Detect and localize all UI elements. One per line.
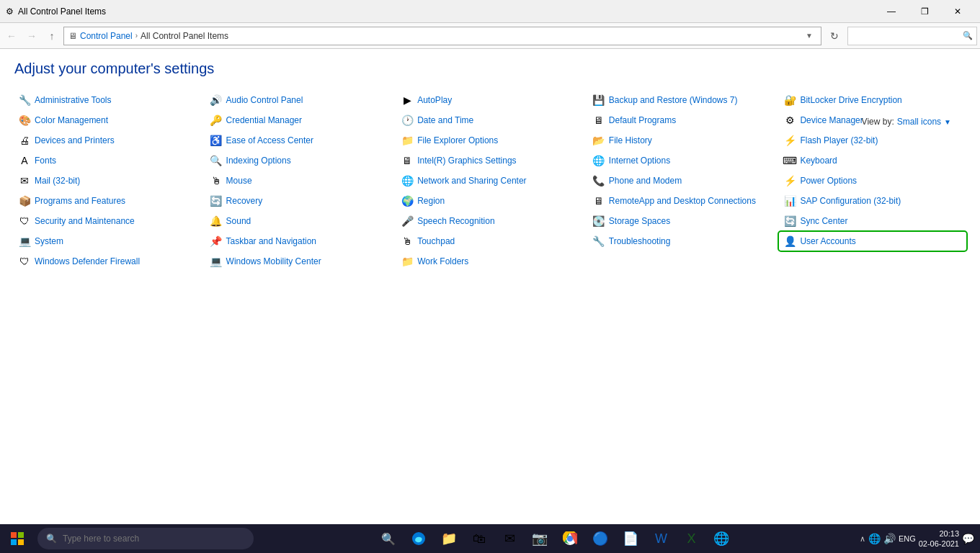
cp-item-date-and-time[interactable]: 🕐Date and Time xyxy=(397,112,583,129)
cp-item-label: Sound xyxy=(226,216,251,226)
cp-item-default-programs[interactable]: 🖥Default Programs xyxy=(589,112,775,129)
cp-item-troubleshooting[interactable]: 🔧Troubleshooting xyxy=(589,233,775,250)
cp-item-icon: 🛡 xyxy=(19,256,30,267)
address-dropdown-button[interactable]: ▼ xyxy=(802,27,816,45)
taskbar-search-box[interactable]: 🔍 xyxy=(37,528,254,549)
forward-button[interactable]: → xyxy=(23,27,40,45)
cp-item-speech-recognition[interactable]: 🎤Speech Recognition xyxy=(397,212,583,230)
cp-item-label: Internet Options xyxy=(609,156,670,166)
cp-item-storage-spaces[interactable]: 💽Storage Spaces xyxy=(589,212,775,230)
svg-rect-1 xyxy=(18,532,24,538)
cp-item-intelr-graphics-settings[interactable]: 🖥Intel(R) Graphics Settings xyxy=(397,152,583,169)
taskbar-app-explorer[interactable]: 📁 xyxy=(435,524,463,553)
maximize-button[interactable]: ❐ xyxy=(908,0,941,23)
cp-item-indexing-options[interactable]: 🔍Indexing Options xyxy=(206,152,392,169)
cp-item-power-options[interactable]: ⚡Power Options xyxy=(780,172,966,189)
taskbar-app-mail[interactable]: ✉ xyxy=(495,524,524,553)
up-button[interactable]: ↑ xyxy=(43,27,61,45)
cp-item-color-management[interactable]: 🎨Color Management xyxy=(14,112,200,129)
cp-item-file-history[interactable]: 📂File History xyxy=(589,132,775,149)
search-wrapper: 🔍 xyxy=(847,27,977,45)
search-input[interactable] xyxy=(847,27,977,45)
cp-item-sap-configuration-32-bit[interactable]: 📊SAP Configuration (32-bit) xyxy=(780,192,966,210)
cp-item-security-and-maintenance[interactable]: 🛡Security and Maintenance xyxy=(14,212,200,230)
cp-item-programs-and-features[interactable]: 📦Programs and Features xyxy=(14,192,200,210)
view-by: View by: Small icons ▼ xyxy=(862,117,951,127)
cp-item-audio-control-panel[interactable]: 🔊Audio Control Panel xyxy=(206,91,392,109)
cp-item-network-and-sharing-center[interactable]: 🌐Network and Sharing Center xyxy=(397,172,583,189)
taskbar-app-excel[interactable]: X xyxy=(677,524,705,553)
taskbar-app-vpn[interactable]: 🔵 xyxy=(586,524,615,553)
cp-item-fonts[interactable]: AFonts xyxy=(14,152,200,169)
view-by-dropdown-icon[interactable]: ▼ xyxy=(944,118,951,126)
cp-item-administrative-tools[interactable]: 🔧Administrative Tools xyxy=(14,91,200,109)
cp-item-label: Administrative Tools xyxy=(35,95,112,105)
cp-item-icon: 🔄 xyxy=(784,215,796,227)
taskbar-app-search[interactable]: 🔍 xyxy=(374,524,403,553)
cp-item-label: Network and Sharing Center xyxy=(417,176,526,186)
cp-item-sync-center[interactable]: 🔄Sync Center xyxy=(780,212,966,230)
taskbar-app-edge[interactable] xyxy=(404,524,433,553)
cp-item-remoteapp-and-desktop-connections[interactable]: 🖥RemoteApp and Desktop Connections xyxy=(589,192,775,210)
cp-item-windows-mobility-center[interactable]: 💻Windows Mobility Center xyxy=(206,253,392,270)
cp-item-work-folders[interactable]: 📁Work Folders xyxy=(397,253,583,270)
cp-item-sound[interactable]: 🔔Sound xyxy=(206,212,392,230)
cp-item-icon: 📌 xyxy=(210,235,222,247)
cp-item-icon: 🔔 xyxy=(210,215,222,227)
taskbar-app-acrobat[interactable]: 📄 xyxy=(616,524,645,553)
cp-item-icon: 🕐 xyxy=(401,114,413,126)
taskbar-app-other[interactable]: 🌐 xyxy=(707,524,736,553)
taskbar-app-store[interactable]: 🛍 xyxy=(465,524,494,553)
cp-item-recovery[interactable]: 🔄Recovery xyxy=(206,192,392,210)
cp-item-ease-of-access-center[interactable]: ♿Ease of Access Center xyxy=(206,132,392,149)
window-icon: ⚙ xyxy=(6,6,14,17)
cp-item-backup-and-restore-windows-7[interactable]: 💾Backup and Restore (Windows 7) xyxy=(589,91,775,109)
cp-item-mail-32-bit[interactable]: ✉Mail (32-bit) xyxy=(14,172,200,189)
cp-item-label: Programs and Features xyxy=(35,196,125,206)
cp-item-icon: 🔄 xyxy=(210,195,222,207)
taskbar-app-camera[interactable]: 📷 xyxy=(525,524,554,553)
cp-item-label: Device Manager xyxy=(800,115,863,125)
cp-item-icon: 🔊 xyxy=(210,94,222,106)
cp-item-autoplay[interactable]: ▶AutoPlay xyxy=(397,91,583,109)
taskbar-expand-icon[interactable]: ∧ xyxy=(860,534,865,544)
close-button[interactable]: ✕ xyxy=(941,0,974,23)
refresh-button[interactable]: ↻ xyxy=(824,26,845,46)
cp-item-region[interactable]: 🌍Region xyxy=(397,192,583,210)
cp-item-file-explorer-options[interactable]: 📁File Explorer Options xyxy=(397,132,583,149)
cp-item-label: Mail (32-bit) xyxy=(35,176,80,186)
cp-item-label: Storage Spaces xyxy=(609,216,670,226)
minimize-button[interactable]: — xyxy=(875,0,908,23)
cp-item-icon: 🛡 xyxy=(19,215,30,227)
cp-item-icon: 📞 xyxy=(593,175,605,186)
cp-item-touchpad[interactable]: 🖱Touchpad xyxy=(397,233,583,250)
taskbar-clock[interactable]: 20:13 02-06-2021 xyxy=(919,529,959,549)
cp-item-keyboard[interactable]: ⌨Keyboard xyxy=(780,152,966,169)
cp-item-label: User Accounts xyxy=(800,236,855,246)
cp-item-internet-options[interactable]: 🌐Internet Options xyxy=(589,152,775,169)
cp-item-bitlocker-drive-encryption[interactable]: 🔐BitLocker Drive Encryption xyxy=(780,91,966,109)
cp-item-windows-defender-firewall[interactable]: 🛡Windows Defender Firewall xyxy=(14,253,200,270)
taskbar-search-input[interactable] xyxy=(63,534,228,544)
cp-item-credential-manager[interactable]: 🔑Credential Manager xyxy=(206,112,392,129)
cp-item-label: Color Management xyxy=(35,115,108,125)
cp-item-flash-player-32-bit[interactable]: ⚡Flash Player (32-bit) xyxy=(780,132,966,149)
back-button[interactable]: ← xyxy=(3,27,20,45)
address-field[interactable]: 🖥 Control Panel › All Control Panel Item… xyxy=(63,27,821,45)
taskbar-app-word[interactable]: W xyxy=(646,524,675,553)
cp-item-system[interactable]: 💻System xyxy=(14,233,200,250)
cp-item-label: Phone and Modem xyxy=(609,176,682,186)
title-bar: ⚙ All Control Panel Items — ❐ ✕ xyxy=(0,0,980,23)
start-button[interactable] xyxy=(0,524,35,553)
cp-item-label: File History xyxy=(609,135,652,145)
cp-item-mouse[interactable]: 🖱Mouse xyxy=(206,172,392,189)
cp-item-label: Windows Mobility Center xyxy=(226,256,321,266)
breadcrumb-sep1: › xyxy=(135,32,138,40)
cp-item-user-accounts[interactable]: 👤User Accounts xyxy=(780,233,966,250)
cp-item-taskbar-and-navigation[interactable]: 📌Taskbar and Navigation xyxy=(206,233,392,250)
taskbar-app-chrome[interactable] xyxy=(556,524,584,553)
taskbar-notification-icon[interactable]: 💬 xyxy=(962,533,974,544)
cp-item-devices-and-printers[interactable]: 🖨Devices and Printers xyxy=(14,132,200,149)
view-by-link[interactable]: Small icons xyxy=(897,117,941,127)
cp-item-phone-and-modem[interactable]: 📞Phone and Modem xyxy=(589,172,775,189)
